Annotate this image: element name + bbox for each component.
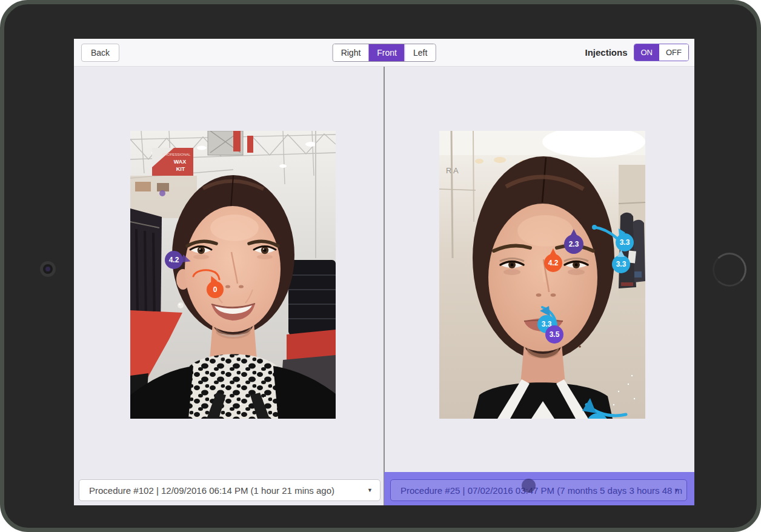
injection-marker[interactable]: 4.2: [165, 251, 183, 269]
panel-divider: [384, 67, 385, 505]
view-switcher: Right Front Left: [333, 44, 436, 62]
app-screen: Back Right Front Left Injections ON OFF: [74, 39, 694, 505]
right-photo-image: RA: [439, 131, 645, 419]
left-photo-image: PROFESSIONAL WAX KIT: [130, 131, 336, 419]
front-camera: [40, 261, 56, 277]
procedure-select-left[interactable]: Procedure #102 | 12/09/2016 06:14 PM (1 …: [79, 479, 380, 501]
svg-text:RA: RA: [446, 166, 460, 175]
marker-value: 4.2: [169, 256, 179, 264]
injection-marker[interactable]: 4.2: [544, 254, 562, 272]
injections-label: Injections: [585, 47, 627, 58]
home-button[interactable]: [713, 253, 746, 287]
injection-marker[interactable]: 3.3: [612, 255, 630, 273]
injections-toggle-group: Injections ON OFF: [585, 44, 689, 61]
procedure-select-right[interactable]: Procedure #25 | 07/02/2016 03:47 PM (7 m…: [390, 479, 687, 501]
procedure-select-left-value: Procedure #102 | 12/09/2016 06:14 PM (1 …: [79, 485, 353, 496]
dropdown-caret-icon: ▼: [367, 487, 373, 493]
right-photo-canvas[interactable]: RA: [439, 131, 645, 419]
injection-marker[interactable]: 2.3: [564, 234, 583, 254]
injection-marker[interactable]: 0: [207, 281, 224, 298]
svg-text:PROFESSIONAL: PROFESSIONAL: [162, 153, 191, 156]
toolbar: Back Right Front Left Injections ON OFF: [74, 39, 694, 67]
marker-value: 4.2: [548, 259, 559, 267]
marker-tail-icon: [570, 229, 577, 236]
marker-value: 3.3: [616, 260, 626, 268]
marker-value: 3.3: [620, 238, 630, 247]
svg-text:WAX: WAX: [174, 159, 187, 165]
injection-marker[interactable]: 3.3: [616, 233, 634, 251]
marker-tail-icon: [617, 250, 625, 257]
touch-indicator: [522, 479, 536, 493]
tab-view-front[interactable]: Front: [368, 44, 405, 61]
marker-tail-icon: [550, 248, 557, 256]
procedure-select-right-value: Procedure #25 | 07/02/2016 03:47 PM (7 m…: [391, 485, 686, 496]
marker-value: 3.5: [550, 330, 560, 339]
marker-value: 2.3: [569, 240, 579, 248]
tab-view-left[interactable]: Left: [405, 44, 435, 61]
marker-value: 0: [213, 285, 218, 294]
back-button[interactable]: Back: [81, 44, 119, 62]
injection-marker[interactable]: 3.5: [545, 325, 563, 344]
dropdown-caret-icon: ▼: [674, 487, 679, 493]
injections-off-button[interactable]: OFF: [659, 44, 688, 61]
tab-view-right[interactable]: Right: [333, 44, 369, 61]
left-photo-canvas[interactable]: PROFESSIONAL WAX KIT: [130, 131, 336, 419]
injections-on-button[interactable]: ON: [634, 44, 660, 61]
svg-text:KIT: KIT: [176, 166, 185, 172]
tablet-frame: Back Right Front Left Injections ON OFF: [0, 0, 761, 532]
